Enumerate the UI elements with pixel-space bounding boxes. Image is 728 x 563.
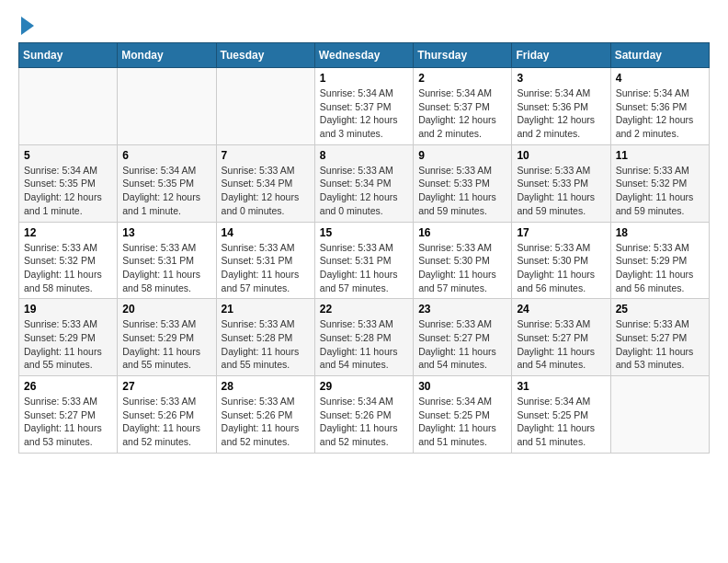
day-info: Sunrise: 5:33 AM Sunset: 5:31 PM Dayligh… xyxy=(222,241,310,295)
weekday-header-friday: Friday xyxy=(512,43,610,68)
calendar-cell: 14Sunrise: 5:33 AM Sunset: 5:31 PM Dayli… xyxy=(216,222,314,299)
weekday-row: SundayMondayTuesdayWednesdayThursdayFrid… xyxy=(19,43,710,68)
day-number: 28 xyxy=(222,380,310,393)
calendar-cell: 3Sunrise: 5:34 AM Sunset: 5:36 PM Daylig… xyxy=(512,68,610,145)
day-number: 11 xyxy=(616,149,704,162)
logo xyxy=(18,18,34,35)
calendar-cell: 5Sunrise: 5:34 AM Sunset: 5:35 PM Daylig… xyxy=(19,144,118,222)
weekday-header-wednesday: Wednesday xyxy=(314,43,413,68)
calendar-cell: 10Sunrise: 5:33 AM Sunset: 5:33 PM Dayli… xyxy=(512,144,610,222)
calendar-body: 1Sunrise: 5:34 AM Sunset: 5:37 PM Daylig… xyxy=(19,68,710,454)
day-info: Sunrise: 5:33 AM Sunset: 5:30 PM Dayligh… xyxy=(517,241,605,295)
calendar-week-1: 1Sunrise: 5:34 AM Sunset: 5:37 PM Daylig… xyxy=(19,68,710,145)
day-info: Sunrise: 5:34 AM Sunset: 5:37 PM Dayligh… xyxy=(418,86,506,141)
day-number: 25 xyxy=(616,303,704,316)
day-info: Sunrise: 5:34 AM Sunset: 5:35 PM Dayligh… xyxy=(122,164,210,218)
calendar-week-5: 26Sunrise: 5:33 AM Sunset: 5:27 PM Dayli… xyxy=(19,376,710,454)
calendar-cell: 30Sunrise: 5:34 AM Sunset: 5:25 PM Dayli… xyxy=(414,376,512,454)
calendar-cell: 6Sunrise: 5:34 AM Sunset: 5:35 PM Daylig… xyxy=(118,144,216,222)
calendar-cell: 25Sunrise: 5:33 AM Sunset: 5:27 PM Dayli… xyxy=(610,299,709,376)
day-number: 23 xyxy=(418,303,506,316)
day-info: Sunrise: 5:34 AM Sunset: 5:36 PM Dayligh… xyxy=(616,86,704,141)
calendar-cell: 16Sunrise: 5:33 AM Sunset: 5:30 PM Dayli… xyxy=(414,222,512,299)
calendar-cell: 13Sunrise: 5:33 AM Sunset: 5:31 PM Dayli… xyxy=(118,222,216,299)
calendar-week-3: 12Sunrise: 5:33 AM Sunset: 5:32 PM Dayli… xyxy=(19,222,710,299)
day-info: Sunrise: 5:33 AM Sunset: 5:27 PM Dayligh… xyxy=(616,317,704,372)
header xyxy=(18,18,710,35)
calendar-cell: 29Sunrise: 5:34 AM Sunset: 5:26 PM Dayli… xyxy=(314,376,413,454)
day-number: 12 xyxy=(24,226,112,239)
calendar-cell: 1Sunrise: 5:34 AM Sunset: 5:37 PM Daylig… xyxy=(314,68,413,145)
calendar-cell: 12Sunrise: 5:33 AM Sunset: 5:32 PM Dayli… xyxy=(19,222,118,299)
day-number: 31 xyxy=(517,380,605,393)
calendar-cell xyxy=(118,68,216,145)
day-number: 21 xyxy=(222,303,310,316)
calendar-cell: 31Sunrise: 5:34 AM Sunset: 5:25 PM Dayli… xyxy=(512,376,610,454)
calendar-cell: 15Sunrise: 5:33 AM Sunset: 5:31 PM Dayli… xyxy=(314,222,413,299)
day-info: Sunrise: 5:34 AM Sunset: 5:25 PM Dayligh… xyxy=(418,395,506,449)
calendar-cell: 28Sunrise: 5:33 AM Sunset: 5:26 PM Dayli… xyxy=(216,376,314,454)
day-number: 16 xyxy=(418,226,506,239)
day-number: 17 xyxy=(517,226,605,239)
calendar-cell: 4Sunrise: 5:34 AM Sunset: 5:36 PM Daylig… xyxy=(610,68,709,145)
calendar-cell: 21Sunrise: 5:33 AM Sunset: 5:28 PM Dayli… xyxy=(216,299,314,376)
day-number: 9 xyxy=(418,149,506,162)
day-number: 10 xyxy=(517,149,605,162)
calendar-cell: 22Sunrise: 5:33 AM Sunset: 5:28 PM Dayli… xyxy=(314,299,413,376)
calendar-cell: 17Sunrise: 5:33 AM Sunset: 5:30 PM Dayli… xyxy=(512,222,610,299)
day-number: 2 xyxy=(418,72,506,85)
day-number: 5 xyxy=(24,149,112,162)
day-info: Sunrise: 5:33 AM Sunset: 5:28 PM Dayligh… xyxy=(320,317,408,372)
page: SundayMondayTuesdayWednesdayThursdayFrid… xyxy=(0,0,728,463)
day-number: 27 xyxy=(122,380,210,393)
calendar-header: SundayMondayTuesdayWednesdayThursdayFrid… xyxy=(19,43,710,68)
day-info: Sunrise: 5:33 AM Sunset: 5:33 PM Dayligh… xyxy=(418,164,506,218)
day-info: Sunrise: 5:33 AM Sunset: 5:27 PM Dayligh… xyxy=(418,317,506,372)
logo-arrow-icon xyxy=(21,17,34,35)
calendar: SundayMondayTuesdayWednesdayThursdayFrid… xyxy=(18,42,710,454)
day-info: Sunrise: 5:33 AM Sunset: 5:28 PM Dayligh… xyxy=(222,317,310,372)
day-info: Sunrise: 5:34 AM Sunset: 5:25 PM Dayligh… xyxy=(517,395,605,449)
day-info: Sunrise: 5:33 AM Sunset: 5:27 PM Dayligh… xyxy=(517,317,605,372)
day-info: Sunrise: 5:33 AM Sunset: 5:26 PM Dayligh… xyxy=(122,395,210,449)
day-info: Sunrise: 5:34 AM Sunset: 5:37 PM Dayligh… xyxy=(320,86,408,141)
calendar-cell: 27Sunrise: 5:33 AM Sunset: 5:26 PM Dayli… xyxy=(118,376,216,454)
day-number: 13 xyxy=(122,226,210,239)
day-info: Sunrise: 5:33 AM Sunset: 5:31 PM Dayligh… xyxy=(122,241,210,295)
day-number: 20 xyxy=(122,303,210,316)
day-info: Sunrise: 5:34 AM Sunset: 5:35 PM Dayligh… xyxy=(24,164,112,218)
day-info: Sunrise: 5:33 AM Sunset: 5:29 PM Dayligh… xyxy=(24,317,112,372)
day-number: 1 xyxy=(320,72,408,85)
calendar-cell: 26Sunrise: 5:33 AM Sunset: 5:27 PM Dayli… xyxy=(19,376,118,454)
calendar-cell: 7Sunrise: 5:33 AM Sunset: 5:34 PM Daylig… xyxy=(216,144,314,222)
calendar-cell: 24Sunrise: 5:33 AM Sunset: 5:27 PM Dayli… xyxy=(512,299,610,376)
weekday-header-sunday: Sunday xyxy=(19,43,118,68)
day-info: Sunrise: 5:34 AM Sunset: 5:36 PM Dayligh… xyxy=(517,86,605,141)
weekday-header-monday: Monday xyxy=(118,43,216,68)
calendar-week-4: 19Sunrise: 5:33 AM Sunset: 5:29 PM Dayli… xyxy=(19,299,710,376)
day-info: Sunrise: 5:33 AM Sunset: 5:27 PM Dayligh… xyxy=(24,395,112,449)
day-info: Sunrise: 5:33 AM Sunset: 5:32 PM Dayligh… xyxy=(24,241,112,295)
day-number: 26 xyxy=(24,380,112,393)
calendar-cell: 20Sunrise: 5:33 AM Sunset: 5:29 PM Dayli… xyxy=(118,299,216,376)
day-info: Sunrise: 5:33 AM Sunset: 5:34 PM Dayligh… xyxy=(320,164,408,218)
day-number: 19 xyxy=(24,303,112,316)
weekday-header-thursday: Thursday xyxy=(414,43,512,68)
weekday-header-tuesday: Tuesday xyxy=(216,43,314,68)
day-number: 22 xyxy=(320,303,408,316)
day-number: 14 xyxy=(222,226,310,239)
calendar-cell: 9Sunrise: 5:33 AM Sunset: 5:33 PM Daylig… xyxy=(414,144,512,222)
calendar-cell: 2Sunrise: 5:34 AM Sunset: 5:37 PM Daylig… xyxy=(414,68,512,145)
day-info: Sunrise: 5:33 AM Sunset: 5:33 PM Dayligh… xyxy=(517,164,605,218)
day-number: 6 xyxy=(122,149,210,162)
day-number: 3 xyxy=(517,72,605,85)
day-number: 7 xyxy=(222,149,310,162)
day-number: 29 xyxy=(320,380,408,393)
weekday-header-saturday: Saturday xyxy=(610,43,709,68)
day-number: 24 xyxy=(517,303,605,316)
day-info: Sunrise: 5:34 AM Sunset: 5:26 PM Dayligh… xyxy=(320,395,408,449)
calendar-cell: 18Sunrise: 5:33 AM Sunset: 5:29 PM Dayli… xyxy=(610,222,709,299)
day-info: Sunrise: 5:33 AM Sunset: 5:34 PM Dayligh… xyxy=(222,164,310,218)
day-info: Sunrise: 5:33 AM Sunset: 5:32 PM Dayligh… xyxy=(616,164,704,218)
calendar-cell xyxy=(216,68,314,145)
